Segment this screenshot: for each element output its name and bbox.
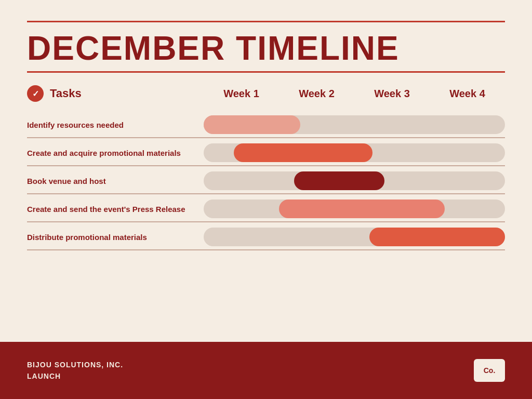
bar-fill	[279, 200, 445, 218]
gantt-header: Tasks Week 1 Week 2 Week 3 Week 4	[27, 85, 505, 102]
bar-container	[204, 171, 505, 190]
footer-text: BIJOU SOLUTIONS, INC. LAUNCH	[27, 359, 123, 382]
bar-container	[204, 200, 505, 218]
footer: BIJOU SOLUTIONS, INC. LAUNCH Co.	[0, 342, 532, 399]
week3-header: Week 3	[354, 88, 430, 100]
bar-container	[204, 143, 505, 162]
footer-subtitle: LAUNCH	[27, 370, 123, 382]
task-name: Create and acquire promotional materials	[27, 149, 204, 157]
bottom-divider	[27, 71, 505, 73]
gantt-row: Create and send the event's Press Releas…	[27, 194, 505, 222]
gantt-row: Book venue and host	[27, 166, 505, 194]
top-divider	[27, 21, 505, 22]
task-name: Book venue and host	[27, 177, 204, 185]
bar-container	[204, 228, 505, 246]
gantt-section: Tasks Week 1 Week 2 Week 3 Week 4 Identi…	[27, 85, 505, 250]
content-area: DECEMBER TIMELINE Tasks Week 1 Week 2 We…	[0, 0, 532, 342]
week2-header: Week 2	[279, 88, 354, 100]
bar-fill	[369, 228, 505, 246]
bar-fill	[204, 115, 300, 134]
bar-container	[204, 115, 505, 134]
bar-fill	[294, 171, 384, 190]
tasks-label: Tasks	[50, 87, 82, 100]
page-title: DECEMBER TIMELINE	[27, 32, 505, 65]
footer-logo: Co.	[474, 359, 505, 382]
gantt-row: Distribute promotional materials	[27, 222, 505, 250]
task-name: Distribute promotional materials	[27, 233, 204, 242]
checkmark-icon	[27, 85, 44, 102]
bar-fill	[234, 143, 373, 162]
week4-header: Week 4	[430, 88, 505, 100]
gantt-row: Identify resources needed	[27, 110, 505, 138]
task-name: Identify resources needed	[27, 121, 204, 129]
footer-company: BIJOU SOLUTIONS, INC.	[27, 359, 123, 370]
tasks-label-container: Tasks	[27, 85, 204, 102]
week1-header: Week 1	[204, 88, 279, 100]
task-name: Create and send the event's Press Releas…	[27, 205, 204, 214]
title-section: DECEMBER TIMELINE	[27, 21, 505, 73]
week-headers: Week 1 Week 2 Week 3 Week 4	[204, 88, 505, 100]
gantt-rows: Identify resources neededCreate and acqu…	[27, 110, 505, 250]
main-container: DECEMBER TIMELINE Tasks Week 1 Week 2 We…	[0, 0, 532, 399]
gantt-row: Create and acquire promotional materials	[27, 138, 505, 166]
